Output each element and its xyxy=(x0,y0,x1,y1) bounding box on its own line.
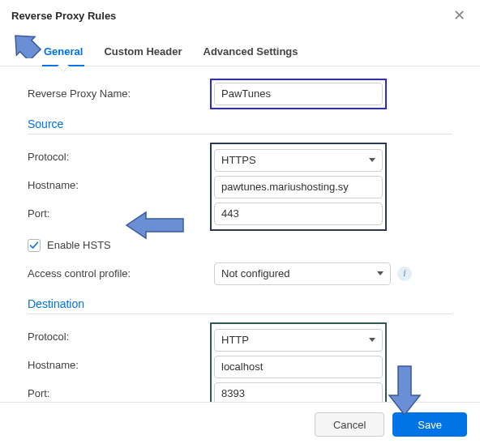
annotation-arrow-hsts xyxy=(122,209,186,241)
tab-custom-header[interactable]: Custom Header xyxy=(102,41,183,66)
access-control-label: Access control profile: xyxy=(28,267,214,279)
dest-hostname-input[interactable] xyxy=(214,356,383,378)
row-proxy-name: Reverse Proxy Name: xyxy=(28,79,452,108)
hsts-checkbox[interactable] xyxy=(28,239,41,252)
dest-protocol-label: Protocol: xyxy=(28,331,214,343)
destination-labels: Protocol: Hostname: Port: xyxy=(28,322,214,402)
tab-advanced-settings[interactable]: Advanced Settings xyxy=(202,41,300,66)
proxy-name-label: Reverse Proxy Name: xyxy=(28,87,214,100)
access-control-value: Not configured xyxy=(221,267,290,279)
proxy-name-input[interactable] xyxy=(214,83,383,105)
row-access-control: Access control profile: Not configured i xyxy=(28,259,452,288)
check-icon xyxy=(29,241,39,250)
annotation-arrow-general xyxy=(3,18,44,58)
dialog-header: Reverse Proxy Rules ✕ xyxy=(0,0,480,28)
svg-marker-1 xyxy=(126,212,183,238)
highlight-box-name xyxy=(210,79,387,109)
section-destination: Destination xyxy=(28,292,452,314)
dialog-body: Reverse Proxy Name: Source Protocol: Hos… xyxy=(0,66,480,402)
svg-marker-2 xyxy=(389,366,420,415)
annotation-arrow-save xyxy=(384,363,425,420)
source-hostname-label: Hostname: xyxy=(28,179,214,191)
source-protocol-select[interactable]: HTTPS xyxy=(214,149,383,172)
svg-marker-0 xyxy=(6,27,44,58)
highlight-box-source: HTTPS xyxy=(210,143,387,231)
cancel-button[interactable]: Cancel xyxy=(315,412,384,437)
chevron-down-icon xyxy=(377,271,384,275)
dest-port-input[interactable] xyxy=(214,382,383,403)
info-icon[interactable]: i xyxy=(397,267,412,281)
dest-hostname-label: Hostname: xyxy=(28,359,214,371)
dest-protocol-select[interactable]: HTTP xyxy=(214,329,383,352)
chevron-down-icon xyxy=(369,158,375,162)
tab-label: General xyxy=(44,45,83,58)
dest-protocol-value: HTTP xyxy=(221,334,249,346)
section-source: Source xyxy=(28,113,452,134)
tab-general[interactable]: General xyxy=(42,41,84,66)
row-hsts: Enable HSTS xyxy=(28,231,452,259)
chevron-down-icon xyxy=(369,338,375,342)
dest-port-label: Port: xyxy=(28,387,214,399)
tab-bar: General Custom Header Advanced Settings xyxy=(0,34,480,66)
hsts-label: Enable HSTS xyxy=(47,239,111,251)
source-protocol-label: Protocol: xyxy=(28,151,214,163)
access-control-select[interactable]: Not configured xyxy=(214,262,391,285)
source-port-input[interactable] xyxy=(214,203,383,225)
source-hostname-input[interactable] xyxy=(214,176,383,198)
close-icon[interactable]: ✕ xyxy=(450,6,469,24)
source-protocol-value: HTTPS xyxy=(221,154,256,166)
highlight-box-destination: HTTP xyxy=(210,322,387,402)
